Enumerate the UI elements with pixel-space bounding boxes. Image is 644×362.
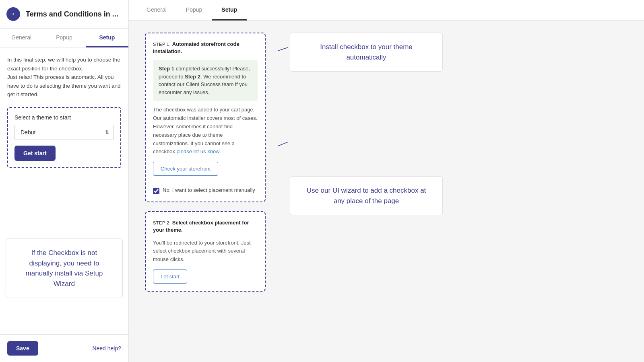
step1-num: STEP 1. [153,42,172,47]
sidebar-tab-general[interactable]: General [0,29,43,47]
annotation2-callout: Use our UI wizard to add a checkbox at a… [290,176,443,215]
step1-card: STEP 1. Automated storefront code instal… [145,33,266,202]
step2-card: STEP 2. Select checkbox placement for yo… [145,211,266,292]
step1-success-box: Step 1 completed successfully! Please, p… [153,60,258,101]
main-annotated: STEP 1. Automated storefront code instal… [129,21,644,313]
back-button[interactable] [6,7,20,21]
step1-desc: The checkbox was added to your cart page… [153,106,258,156]
annotation1-wrapper: Install checkbox to your theme automatic… [290,33,628,72]
theme-select[interactable]: DebutDawnMinimalBrooklynNarrative [14,125,114,140]
sidebar-tab-popup[interactable]: Popup [43,29,85,47]
sidebar-tab-setup[interactable]: Setup [86,29,128,47]
step1-title: STEP 1. Automated storefront code instal… [153,41,258,55]
main-tab-general[interactable]: General [137,0,176,21]
need-help-link[interactable]: Need help? [92,345,121,352]
checkbox-row: No, I want to select placement manually [153,187,258,194]
theme-select-box: Select a theme to start DebutDawnMinimal… [7,107,121,168]
step1-success-text: Step 1 completed successfully! Please, p… [159,65,252,96]
step2-num: STEP 2. [153,220,172,225]
let-start-button[interactable]: Let start [153,269,187,284]
check-storefront-wrapper: Check your storefront [153,162,258,181]
sidebar-description: In this final step, we will help you to … [7,56,121,99]
sidebar-callout-text: If the Checkbox is not displaying, you n… [17,248,111,289]
main-content: General Popup Setup STEP 1. Automated st… [129,0,644,362]
sidebar-callout: If the Checkbox is not displaying, you n… [6,239,123,298]
annotations-column: Install checkbox to your theme automatic… [278,33,628,219]
please-let-us-know-link[interactable]: please let us know. [177,148,221,154]
sidebar-header: Terms and Conditions in ... [0,0,128,29]
annotation2-text: Use our UI wizard to add a checkbox at a… [301,185,431,206]
main-tab-popup[interactable]: Popup [176,0,212,21]
manual-placement-label: No, I want to select placement manually [163,187,255,193]
main-tab-setup[interactable]: Setup [212,0,247,21]
sidebar-footer: Save Need help? [0,334,128,362]
main-tabs: General Popup Setup [129,0,644,21]
theme-select-label: Select a theme to start [14,114,114,121]
theme-select-wrapper: DebutDawnMinimalBrooklynNarrative ⇅ [14,125,114,140]
steps-and-callouts: STEP 1. Automated storefront code instal… [145,33,628,300]
manual-placement-checkbox[interactable] [153,188,159,194]
get-start-button[interactable]: Get start [14,146,56,161]
sidebar-title: Terms and Conditions in ... [26,10,118,19]
steps-column: STEP 1. Automated storefront code instal… [145,33,266,300]
sidebar-tabs: General Popup Setup [0,29,128,47]
sidebar-callout-container: If the Checkbox is not displaying, you n… [0,239,128,302]
step2-desc: You'll be redirected to your storefront.… [153,239,258,264]
save-button[interactable]: Save [7,341,38,356]
sidebar-content: In this final step, we will help you to … [0,47,128,239]
annotation2-wrapper: Use our UI wizard to add a checkbox at a… [290,176,628,215]
step2-title: STEP 2. Select checkbox placement for yo… [153,219,258,234]
sidebar: Terms and Conditions in ... General Popu… [0,0,129,362]
check-storefront-button[interactable]: Check your storefront [153,162,218,176]
annotation1-callout: Install checkbox to your theme automatic… [290,33,443,72]
annotation1-text: Install checkbox to your theme automatic… [301,42,431,62]
